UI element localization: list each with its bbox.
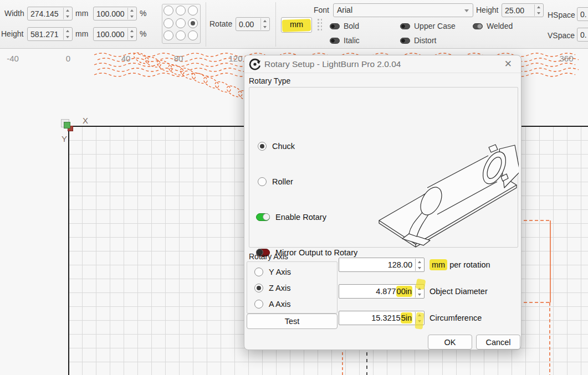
chuck-rotary-illustration (370, 140, 519, 251)
spin-up-icon[interactable] (128, 28, 136, 34)
origin-green-handle[interactable] (64, 122, 70, 129)
radio-unselected-icon[interactable] (258, 177, 267, 186)
object-diameter-label: Object Diameter (430, 287, 488, 296)
test-button-label: Test (285, 317, 300, 326)
roller-option[interactable]: Roller (258, 177, 293, 186)
roller-option-label: Roller (272, 177, 293, 186)
anchor-bottom-center[interactable] (176, 30, 186, 40)
anchor-point-selector (162, 4, 201, 44)
vspace-field[interactable] (577, 28, 588, 42)
spin-down-icon[interactable] (535, 11, 543, 17)
width-percent-field[interactable] (93, 7, 137, 20)
rotary-axis-group: Y Axis Z Axis A Axis (247, 261, 338, 314)
ruler-tick: 80 (174, 54, 183, 63)
circumference-label: Circumference (430, 314, 482, 322)
radio-unselected-icon[interactable] (254, 268, 263, 276)
spin-up-icon[interactable] (535, 4, 543, 11)
height-input[interactable] (30, 28, 63, 40)
spin-down-icon[interactable] (128, 14, 136, 20)
ruler-tick: 40 (121, 54, 131, 63)
distort-label: Distort (414, 36, 436, 45)
rotary-setup-dialog: Rotary Setup - LightBurn Pro 2.0.04 ✕ Ro… (244, 55, 521, 350)
spin-up-icon[interactable] (64, 8, 71, 14)
ok-button[interactable]: OK (428, 335, 472, 350)
width-label: Width (4, 7, 24, 20)
height-field[interactable] (27, 27, 73, 41)
drag-handle-icon[interactable] (318, 19, 323, 31)
hspace-field[interactable] (577, 7, 588, 21)
anchor-top-right[interactable] (188, 6, 198, 16)
cancel-button[interactable]: Cancel (476, 335, 520, 350)
distort-toggle-row: Distort (400, 36, 436, 45)
spin-down-icon[interactable] (261, 24, 269, 30)
vspace-label: VSpace (548, 29, 575, 43)
rotate-label: Rotate (209, 17, 232, 31)
upper-case-toggle-row: Upper Case (400, 22, 456, 30)
spin-up-icon[interactable] (64, 28, 71, 34)
chuck-option[interactable]: Chuck (258, 142, 295, 151)
radio-selected-icon[interactable] (254, 284, 263, 292)
anchor-top-left[interactable] (163, 6, 173, 16)
height-percent-input[interactable] (96, 28, 127, 40)
rotate-input[interactable] (239, 18, 260, 30)
spin-down-icon[interactable] (416, 291, 423, 297)
font-combobox-value: Arial (337, 6, 352, 14)
bold-toggle[interactable] (330, 23, 340, 29)
width-field[interactable] (27, 7, 73, 20)
anchor-bottom-left[interactable] (163, 30, 173, 40)
spin-down-icon[interactable] (416, 265, 423, 271)
units-mm-button[interactable]: mm (281, 17, 312, 33)
text-height-field[interactable] (502, 3, 544, 17)
y-axis-option[interactable]: Y Axis (254, 268, 291, 276)
anchor-middle-right[interactable] (188, 18, 198, 28)
welded-toggle[interactable] (473, 23, 483, 29)
anchor-bottom-right[interactable] (188, 30, 198, 40)
width-input[interactable] (30, 7, 63, 20)
x-axis-label: X (83, 116, 88, 125)
spin-down-icon[interactable] (64, 34, 71, 40)
upper-case-toggle[interactable] (400, 23, 410, 29)
width-unit-label: mm (75, 7, 88, 20)
object-diameter-field[interactable]: 4.87700in (339, 284, 425, 299)
anchor-middle-center[interactable] (176, 18, 186, 28)
height-percent-sign: % (140, 27, 146, 41)
rotary-axis-label: Rotary Axis (249, 252, 288, 261)
mm-per-rotation-field[interactable]: 128.00 (339, 258, 425, 272)
circumference-field[interactable]: 15.32155in (339, 311, 425, 325)
height-unit-label: mm (75, 27, 88, 41)
radio-unselected-icon[interactable] (254, 300, 263, 309)
toolbar-divider (275, 2, 276, 47)
anchor-top-center[interactable] (176, 6, 186, 16)
anchor-middle-left[interactable] (163, 18, 173, 28)
ruler-tick: 0 (66, 54, 70, 63)
width-percent-input[interactable] (96, 7, 127, 20)
per-rotation-text: per rotation (447, 260, 490, 269)
enable-rotary-label: Enable Rotary (275, 213, 326, 222)
italic-toggle[interactable] (330, 38, 340, 44)
width-percent-sign: % (140, 7, 146, 20)
z-axis-option[interactable]: Z Axis (254, 284, 290, 292)
close-icon[interactable]: ✕ (504, 58, 512, 70)
welded-toggle-row: Welded (473, 22, 513, 30)
spin-up-icon[interactable] (261, 18, 269, 24)
a-axis-option-label: A Axis (269, 300, 291, 309)
spin-down-icon[interactable] (128, 34, 136, 40)
spin-up-icon[interactable] (416, 259, 423, 265)
dialog-titlebar[interactable]: Rotary Setup - LightBurn Pro 2.0.04 ✕ (244, 55, 521, 73)
text-height-input[interactable] (505, 4, 534, 17)
vspace-input[interactable] (580, 28, 588, 41)
spin-up-icon[interactable] (128, 8, 136, 14)
enable-rotary-toggle[interactable] (256, 213, 270, 221)
height-percent-field[interactable] (93, 27, 137, 41)
distort-toggle[interactable] (400, 38, 410, 44)
units-mm-button-label: mm (282, 20, 311, 29)
spin-down-icon[interactable] (64, 14, 71, 20)
font-combobox[interactable]: Arial (333, 3, 473, 17)
ruler-tick: -40 (7, 54, 19, 63)
hspace-input[interactable] (580, 8, 588, 20)
radio-selected-icon[interactable] (258, 142, 267, 151)
rotate-field[interactable] (236, 17, 270, 31)
test-button[interactable]: Test (247, 314, 338, 329)
a-axis-option[interactable]: A Axis (254, 300, 291, 309)
lightburn-window: X Y -40 0 40 80 120 360 (0, 0, 588, 375)
